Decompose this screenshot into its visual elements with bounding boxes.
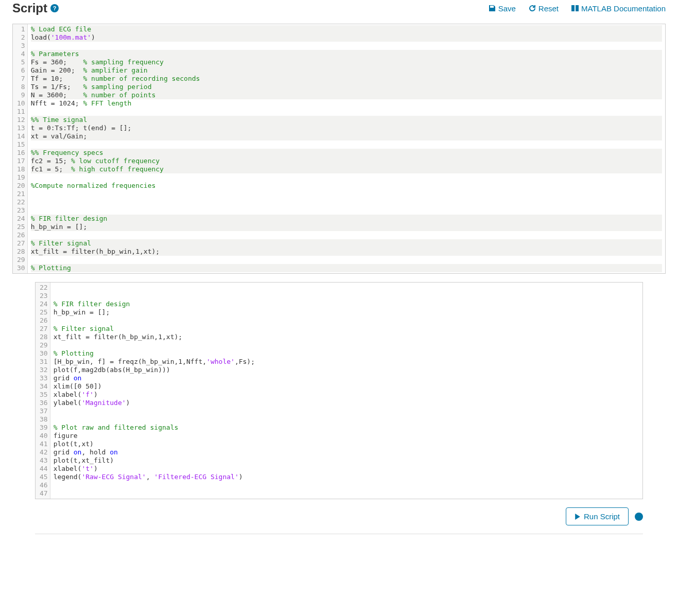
matlab-doc-link[interactable]: MATLAB Documentation: [571, 4, 666, 13]
code-line[interactable]: % Plot raw and filtered signals: [54, 424, 639, 432]
code-line[interactable]: [54, 407, 639, 415]
save-label: Save: [498, 4, 516, 13]
code-editor-top[interactable]: 1234567891011121314151617181920212223242…: [12, 24, 666, 274]
code-line[interactable]: xt_filt = filter(h_bp_win,1,xt);: [54, 333, 639, 341]
help-icon[interactable]: ?: [50, 4, 59, 12]
code-line[interactable]: plot(f,mag2db(abs(H_bp_win))): [54, 366, 639, 374]
code-line[interactable]: % Filter signal: [31, 239, 662, 248]
code-line[interactable]: % Plotting: [54, 349, 639, 358]
code-line[interactable]: %% Time signal: [31, 116, 662, 124]
code-line[interactable]: figure: [54, 432, 639, 440]
code-line[interactable]: xt_filt = filter(h_bp_win,1,xt);: [31, 248, 662, 256]
svg-rect-1: [576, 5, 579, 11]
code-line[interactable]: [54, 341, 639, 349]
reset-button[interactable]: Reset: [528, 4, 559, 13]
code-line[interactable]: [31, 206, 662, 215]
svg-rect-0: [571, 5, 575, 11]
doc-label: MATLAB Documentation: [581, 4, 666, 13]
reset-label: Reset: [538, 4, 559, 13]
code-line[interactable]: [31, 140, 662, 149]
bottom-toolbar: Run Script ?: [35, 499, 643, 534]
code-line[interactable]: plot(t,xt): [54, 440, 639, 448]
code-line[interactable]: xlim([0 50]): [54, 382, 639, 391]
code-area[interactable]: % Load ECG fileload('100m.mat') % Parame…: [28, 24, 665, 273]
code-line[interactable]: [54, 292, 639, 300]
code-line[interactable]: Fs = 360; % sampling frequency: [31, 58, 662, 66]
page-title: Script: [12, 1, 47, 15]
play-icon: [575, 514, 581, 520]
code-line[interactable]: legend('Raw-ECG Signal', 'Filtered-ECG S…: [54, 473, 639, 481]
code-line[interactable]: Gain = 200; % amplifier gain: [31, 66, 662, 75]
code-line[interactable]: grid on: [54, 374, 639, 382]
code-line[interactable]: % FIR filter design: [31, 215, 662, 223]
code-line[interactable]: [31, 190, 662, 198]
code-line[interactable]: [H_bp_win, f] = freqz(h_bp_win,1,Nfft,'w…: [54, 358, 639, 366]
save-button[interactable]: Save: [488, 4, 516, 13]
code-area[interactable]: % FIR filter designh_bp_win = []; % Filt…: [50, 283, 642, 499]
code-line[interactable]: % Load ECG file: [31, 25, 662, 33]
code-line[interactable]: [31, 231, 662, 239]
book-icon: [571, 4, 579, 12]
code-line[interactable]: % Plotting: [31, 264, 662, 272]
code-line[interactable]: [31, 198, 662, 206]
code-line[interactable]: %% Frequency specs: [31, 149, 662, 157]
gutter: 2223242526272829303132333435363738394041…: [36, 283, 50, 499]
code-line[interactable]: Ts = 1/Fs; % sampling period: [31, 83, 662, 91]
script-header: Script ? Save Reset MATLAB Documentation: [12, 0, 666, 24]
code-line[interactable]: N = 3600; % number of points: [31, 91, 662, 99]
code-line[interactable]: Nfft = 1024; % FFT length: [31, 99, 662, 108]
code-line[interactable]: h_bp_win = [];: [54, 308, 639, 316]
code-line[interactable]: [31, 42, 662, 50]
code-line[interactable]: grid on, hold on: [54, 448, 639, 456]
run-label: Run Script: [584, 512, 620, 521]
code-line[interactable]: xt = val/Gain;: [31, 132, 662, 140]
code-line[interactable]: [54, 316, 639, 325]
code-line[interactable]: fc1 = 5; % high cutoff frequency: [31, 165, 662, 173]
code-line[interactable]: % FIR filter design: [54, 300, 639, 308]
save-icon: [488, 4, 496, 12]
code-line[interactable]: t = 0:Ts:Tf; t(end) = [];: [31, 124, 662, 132]
code-line[interactable]: %Compute normalized frequencies: [31, 182, 662, 190]
code-line[interactable]: % Filter signal: [54, 325, 639, 333]
code-line[interactable]: [31, 108, 662, 116]
code-editor-bottom[interactable]: 2223242526272829303132333435363738394041…: [35, 282, 643, 499]
code-line[interactable]: [31, 173, 662, 182]
code-line[interactable]: fc2 = 15; % low cutoff frequency: [31, 157, 662, 165]
code-line[interactable]: ylabel('Magnitude'): [54, 399, 639, 407]
code-line[interactable]: xlabel('f'): [54, 391, 639, 399]
code-line[interactable]: xlabel('t'): [54, 465, 639, 473]
code-line[interactable]: Tf = 10; % number of recording seconds: [31, 75, 662, 83]
code-line[interactable]: load('100m.mat'): [31, 33, 662, 42]
run-script-button[interactable]: Run Script: [566, 507, 629, 525]
gutter: 1234567891011121314151617181920212223242…: [13, 24, 28, 273]
reset-icon: [528, 4, 536, 12]
code-line[interactable]: [54, 415, 639, 424]
code-line[interactable]: [54, 481, 639, 489]
code-line[interactable]: h_bp_win = [];: [31, 223, 662, 231]
help-icon[interactable]: ?: [635, 513, 643, 521]
code-line[interactable]: % Parameters: [31, 50, 662, 58]
code-line[interactable]: [31, 256, 662, 264]
code-line[interactable]: [54, 284, 639, 292]
code-line[interactable]: plot(t,xt_filt): [54, 456, 639, 465]
code-line[interactable]: [54, 489, 639, 498]
